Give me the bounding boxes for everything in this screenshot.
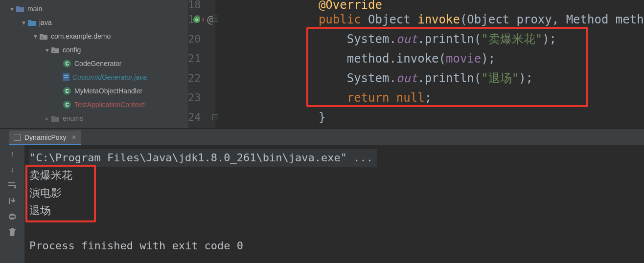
tree-label: MyMetaObjectHandler — [74, 87, 142, 95]
svg-rect-6 — [10, 214, 14, 215]
svg-rect-7 — [10, 218, 14, 219]
soft-wrap-icon[interactable] — [6, 179, 18, 191]
tree-label: java — [39, 19, 52, 26]
run-tool-window: DynamicPoxy ✕ ↑ ↓ "C:\Program Files\Java… — [0, 128, 644, 263]
folder-icon — [27, 19, 36, 26]
stop-icon[interactable]: ↓ — [6, 164, 18, 175]
print-icon[interactable] — [6, 211, 18, 222]
tree-item-mymeta[interactable]: C MyMetaObjectHandler — [0, 84, 188, 98]
svg-rect-4 — [64, 77, 69, 78]
line-number: 18 — [188, 0, 201, 10]
tree-item-java[interactable]: ▾ java — [0, 16, 188, 29]
console-line: 退场 — [29, 202, 639, 219]
line-number: 20 — [188, 29, 201, 49]
line-number: 23 — [188, 88, 201, 108]
override-gutter-icon[interactable]: o — [193, 16, 200, 23]
console-line: 卖爆米花 — [29, 167, 639, 184]
trash-icon[interactable] — [6, 226, 18, 238]
console-line: 演电影 — [29, 184, 639, 202]
tree-item-enums[interactable]: ▸ enums — [0, 111, 188, 125]
fold-handle-icon[interactable]: − — [212, 114, 218, 120]
chevron-down-icon: ▾ — [20, 19, 27, 26]
console-exit-line: Process finished with exit code 0 — [29, 237, 639, 255]
tree-item-testapp[interactable]: C TestApplicationContextI — [0, 98, 188, 111]
line-number: 24 — [188, 108, 201, 127]
package-icon — [51, 115, 60, 122]
java-file-icon — [63, 73, 69, 81]
class-icon: C — [63, 101, 71, 109]
fold-handle-icon[interactable]: − — [212, 16, 218, 22]
tree-item-customid[interactable]: CustomIdGenerator.java — [0, 70, 188, 84]
editor-gutter: 18 19 o ↑ @ 20 21 22 23 24 — [188, 0, 215, 128]
svg-rect-5 — [9, 215, 15, 218]
line-number: 22 — [188, 68, 201, 88]
tree-label: main — [27, 5, 42, 13]
run-tab-bar: DynamicPoxy ✕ — [0, 129, 644, 145]
tree-label: CustomIdGenerator.java — [72, 73, 147, 81]
project-tree[interactable]: ▾ main ▾ java ▾ com.example.demo ▾ c — [0, 0, 188, 128]
code-area[interactable]: @Override public Object invoke(Object pr… — [215, 0, 644, 128]
tree-label: TestApplicationContextI — [74, 101, 146, 109]
tree-item-main[interactable]: ▾ main — [0, 2, 188, 16]
class-icon: C — [63, 87, 71, 95]
run-tab[interactable]: DynamicPoxy ✕ — [9, 131, 81, 145]
up-arrow-icon[interactable]: ↑ — [201, 10, 205, 29]
tree-label: com.example.demo — [51, 32, 111, 40]
console-command: "C:\Program Files\Java\jdk1.8.0_261\bin\… — [29, 149, 377, 167]
line-number: 19 o ↑ @ — [188, 10, 201, 29]
run-tab-label: DynamicPoxy — [24, 133, 67, 141]
chevron-right-icon: ▸ — [43, 114, 51, 122]
tree-item-config[interactable]: ▾ config — [0, 43, 188, 57]
svg-point-0 — [42, 37, 43, 39]
tree-label: config — [63, 46, 81, 54]
run-config-icon — [14, 134, 21, 141]
tree-label: enums — [63, 114, 83, 122]
folder-icon — [16, 5, 24, 12]
tree-item-package[interactable]: ▾ com.example.demo — [0, 29, 188, 43]
svg-rect-3 — [64, 75, 69, 76]
chevron-down-icon: ▾ — [43, 46, 51, 54]
close-icon[interactable]: ✕ — [71, 134, 76, 141]
scroll-to-end-icon[interactable] — [6, 195, 18, 207]
class-icon: C — [63, 60, 71, 67]
package-icon — [39, 33, 48, 40]
console-output[interactable]: "C:\Program Files\Java\jdk1.8.0_261\bin\… — [24, 145, 644, 263]
code-editor[interactable]: 18 19 o ↑ @ 20 21 22 23 24 @Override pub… — [188, 0, 644, 128]
tree-label: CodeGenerator — [74, 60, 122, 67]
run-toolbar: ↑ ↓ — [0, 145, 24, 263]
package-icon — [51, 46, 60, 53]
svg-point-1 — [53, 51, 55, 52]
chevron-down-icon: ▾ — [8, 5, 16, 13]
chevron-down-icon: ▾ — [31, 32, 39, 40]
tree-item-codegen[interactable]: C CodeGenerator — [0, 57, 188, 70]
rerun-icon[interactable]: ↑ — [6, 148, 18, 160]
line-number: 21 — [188, 49, 201, 68]
